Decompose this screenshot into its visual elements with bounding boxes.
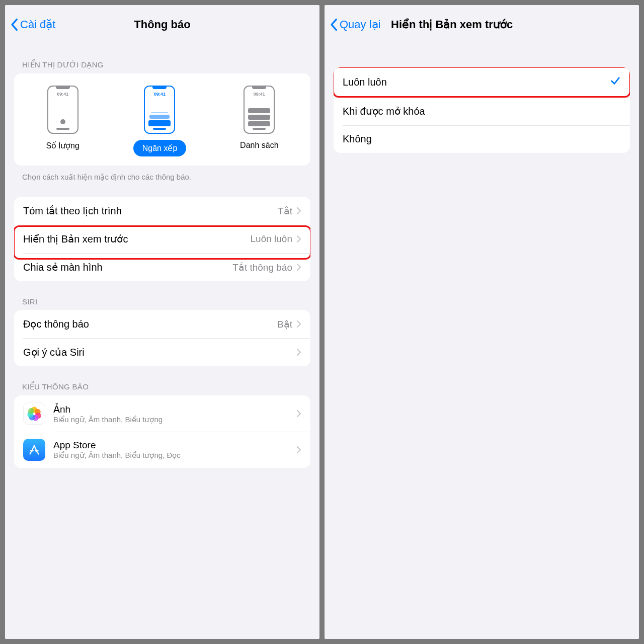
svg-point-6 [28,408,34,414]
display-footer: Chọn cách xuất hiện mặc định cho các thô… [5,166,319,182]
back-label: Cài đặt [20,18,55,31]
display-as-header: HIỂN THỊ DƯỚI DẠNG [5,44,319,73]
chevron-left-icon [330,18,338,31]
back-label: Quay lại [340,18,380,31]
chevron-left-icon [10,18,18,31]
phone-preview-list: 09:41 [244,86,275,134]
list-label: Danh sách [240,141,279,150]
checkmark-icon [610,75,621,89]
display-option-count[interactable]: 09:41 Số lượng [46,86,79,156]
option-always[interactable]: Luôn luôn [334,67,630,97]
nav-bar: Cài đặt Thông báo [5,5,319,44]
chevron-right-icon [296,320,301,328]
page-title: Hiển thị Bản xem trước [391,18,513,31]
back-button[interactable]: Quay lại [330,18,380,31]
count-label: Số lượng [46,141,79,150]
chevron-right-icon [296,235,301,243]
preview-options-group: Luôn luôn Khi được mở khóa Không [334,67,630,153]
page-title: Thông báo [134,18,190,31]
row-siri-suggestions[interactable]: Gợi ý của Siri [14,338,310,366]
chevron-right-icon [296,348,301,356]
option-never[interactable]: Không [334,125,630,153]
app-row-photos[interactable]: Ảnh Biểu ngữ, Âm thanh, Biểu tượng [14,395,310,432]
display-option-stack[interactable]: 09:41 Ngăn xếp [133,86,187,156]
stack-label: Ngăn xếp [133,140,187,156]
row-show-previews[interactable]: Hiển thị Bản xem trước Luôn luôn [14,225,310,253]
apps-group: Ảnh Biểu ngữ, Âm thanh, Biểu tượng App S… [14,395,310,468]
chevron-right-icon [296,263,301,271]
notification-style-header: KIỂU THÔNG BÁO [5,366,319,395]
phone-preview-count: 09:41 [47,86,78,134]
notification-settings-screen: Cài đặt Thông báo HIỂN THỊ DƯỚI DẠNG 09:… [5,5,319,639]
photos-app-icon [23,403,45,425]
display-option-list[interactable]: 09:41 Danh sách [240,86,279,156]
back-button[interactable]: Cài đặt [10,18,55,31]
chevron-right-icon [296,446,301,454]
row-screen-sharing[interactable]: Chia sẻ màn hình Tắt thông báo [14,253,310,281]
row-announce-notifications[interactable]: Đọc thông báo Bật [14,310,310,338]
chevron-right-icon [296,410,301,418]
siri-group: Đọc thông báo Bật Gợi ý của Siri [14,310,310,366]
show-previews-screen: Quay lại Hiển thị Bản xem trước Luôn luô… [325,5,639,639]
siri-header: SIRI [5,281,319,310]
appstore-app-icon [23,439,45,461]
option-when-unlocked[interactable]: Khi được mở khóa [334,97,630,125]
app-row-appstore[interactable]: App Store Biểu ngữ, Âm thanh, Biểu tượng… [14,432,310,468]
nav-bar: Quay lại Hiển thị Bản xem trước [325,5,639,44]
phone-preview-stack: 09:41 [144,86,175,134]
settings-group-1: Tóm tắt theo lịch trình Tắt Hiển thị Bản… [14,197,310,281]
row-scheduled-summary[interactable]: Tóm tắt theo lịch trình Tắt [14,197,310,225]
display-as-card: 09:41 Số lượng 09:41 Ngăn xếp 09:41 [14,73,310,166]
chevron-right-icon [296,207,301,215]
